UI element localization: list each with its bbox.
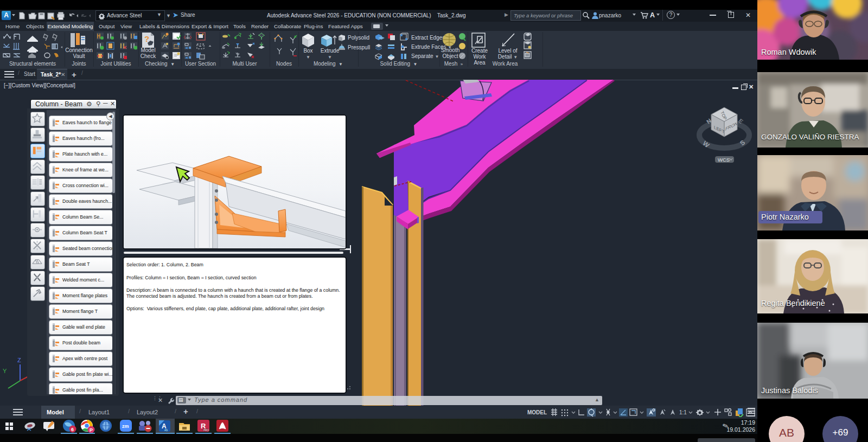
svg-text:P: P — [90, 427, 93, 433]
svg-text:WCS: WCS — [718, 157, 730, 163]
svg-text:Y: Y — [3, 368, 7, 374]
svg-text:1:1: 1:1 — [679, 409, 687, 415]
svg-text:zm: zm — [122, 424, 129, 429]
svg-text:6: 6 — [71, 427, 74, 432]
svg-text:Z: Z — [17, 357, 21, 363]
svg-text:PRO: PRO — [203, 429, 209, 432]
svg-text:?: ? — [144, 34, 149, 43]
svg-text:AS: AS — [164, 429, 168, 432]
